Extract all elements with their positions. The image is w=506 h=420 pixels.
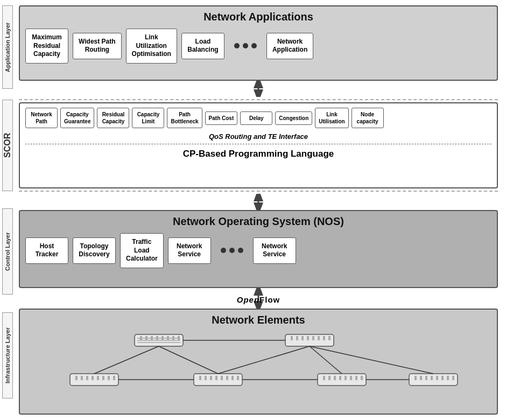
svg-rect-26 [312,336,314,340]
scor-congestion: Congestion [275,111,312,125]
svg-rect-17 [161,336,164,340]
ctrl-dot-2 [229,248,235,253]
ctrl-network-service-2: NetworkService [253,237,296,264]
svg-rect-62 [436,376,438,380]
app-item-load-bal: LoadBalancing [181,33,224,59]
svg-rect-64 [447,376,449,380]
svg-rect-55 [355,376,357,380]
infra-layer-label: Infrastructure Layer [2,312,13,398]
svg-rect-50 [328,376,331,380]
ctrl-network-service-1: NetworkService [168,237,211,264]
ctrl-dot-1 [221,248,226,253]
svg-line-70 [310,346,433,374]
ctrl-dots [215,248,249,253]
scor-link-utilisation: LinkUtilisation [315,108,348,128]
switches-area [25,332,491,391]
svg-rect-53 [345,376,347,380]
scor-items-row: NetworkPath CapacityGuarantee ResidualCa… [25,108,491,128]
svg-rect-29 [328,336,331,340]
control-items-row: HostTracker TopologyDiscovery TrafficLoa… [25,233,491,268]
scor-capacity-guarantee: CapacityGuarantee [60,108,94,128]
arrow-app-scor [19,81,498,97]
app-layer-title: Network Applications [25,11,491,23]
scor-path-cost: Path Cost [205,111,238,125]
arrow-scor-control [19,194,498,210]
svg-rect-35 [97,376,99,380]
svg-rect-19 [172,336,174,340]
ctrl-traffic-load: TrafficLoadCalculator [120,233,164,268]
svg-rect-31 [75,376,78,380]
svg-line-66 [94,346,159,374]
svg-rect-56 [361,376,363,380]
openflow-flow: Flow [259,295,280,304]
infra-layer-box: Network Elements [19,309,498,415]
svg-rect-16 [156,336,158,340]
control-layer-title: Network Operating System (NOS) [25,215,491,228]
openflow-open: Open [237,295,259,304]
dashed-1 [19,99,498,100]
svg-rect-33 [86,376,88,380]
svg-rect-38 [113,376,115,380]
control-layer-box: Network Operating System (NOS) HostTrack… [19,210,498,288]
network-elements-svg [38,332,479,391]
scor-box: NetworkPath CapacityGuarantee ResidualCa… [19,102,498,188]
svg-rect-44 [221,376,223,380]
svg-rect-37 [108,376,110,380]
svg-rect-22 [291,336,293,340]
ctrl-topology-discovery: TopologyDiscovery [73,237,116,264]
openflow-label: OpenFlow [237,295,280,304]
control-layer-label: Control Layer [2,208,13,295]
app-layer-label: Application Layer [2,5,13,89]
svg-rect-40 [199,376,201,380]
svg-rect-59 [420,376,422,380]
svg-rect-49 [323,376,325,380]
app-item-network-app: NetworkApplication [266,33,313,59]
svg-rect-42 [210,376,212,380]
app-item-link-util: LinkUtilizationOptimisation [126,29,177,64]
svg-rect-32 [81,376,83,380]
dot-3 [251,43,257,48]
svg-rect-54 [350,376,352,380]
scor-node-capacity: Nodecapacity [352,108,384,128]
svg-rect-14 [145,336,147,340]
svg-rect-34 [92,376,94,380]
svg-rect-47 [237,376,239,380]
svg-rect-36 [102,376,104,380]
svg-rect-52 [339,376,341,380]
svg-rect-41 [205,376,207,380]
infra-layer-title: Network Elements [25,314,491,326]
svg-rect-13 [140,336,142,340]
svg-rect-25 [307,336,309,340]
svg-rect-27 [318,336,320,340]
dot-2 [243,43,248,48]
arrow-svg-1 [248,81,269,97]
svg-line-67 [159,346,218,374]
svg-rect-23 [296,336,298,340]
svg-rect-18 [167,336,169,340]
qos-line: QoS Routing and TE Interface [25,132,491,144]
svg-rect-60 [425,376,427,380]
svg-line-68 [218,346,310,374]
svg-rect-51 [334,376,336,380]
dashed-2 [19,191,498,192]
scor-label: SCOR [2,100,13,191]
svg-line-69 [310,346,342,374]
app-items-row: MaximumResidualCapacity Widest PathRouti… [25,29,491,64]
svg-rect-46 [231,376,234,380]
app-item-widest-path: Widest PathRouting [73,33,122,59]
arrow-svg-2 [248,194,269,210]
openflow-arrow-container: OpenFlow [19,288,498,309]
svg-rect-20 [178,336,180,340]
scor-network-path: NetworkPath [25,108,58,128]
scor-delay: Delay [240,111,272,125]
scor-capacity-limit: CapacityLimit [132,108,164,128]
ctrl-dot-3 [238,248,243,253]
scor-residual-capacity: ResidualCapacity [97,108,129,128]
svg-rect-63 [441,376,444,380]
main-content: Network Applications MaximumResidualCapa… [16,0,503,420]
cp-line: CP-Based Programming Language [25,149,491,159]
app-item-max-residual: MaximumResidualCapacity [25,29,68,64]
app-layer-box: Network Applications MaximumResidualCapa… [19,5,498,81]
dot-1 [234,43,240,48]
svg-rect-15 [151,336,153,340]
